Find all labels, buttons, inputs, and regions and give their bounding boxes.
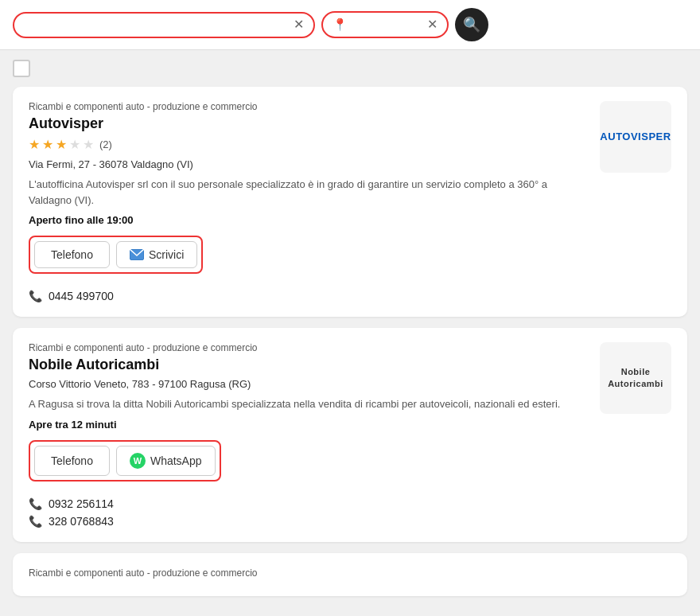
phone-number-2b: 328 0768843 — [49, 515, 114, 528]
phone-icon-2a: 📞 — [29, 497, 42, 510]
business-card-partial: Ricambi e componenti auto - produzione e… — [13, 553, 687, 596]
scrivici-label: Scrivici — [149, 248, 184, 261]
whatsapp-button[interactable]: W WhatsApp — [116, 446, 216, 476]
action-buttons-row-1: Telefono Scrivici — [29, 236, 203, 274]
search-icon: 🔍 — [463, 16, 480, 33]
business-name-2: Nobile Autoricambi — [29, 357, 584, 373]
business-desc-2: A Ragusa si trova la ditta Nobili Autori… — [29, 396, 584, 412]
star-3: ★ — [56, 137, 67, 152]
whatsapp-icon: W — [130, 453, 146, 469]
business-card-nobile: Ricambi e componenti auto - produzione e… — [13, 328, 687, 542]
phone-number-2a: 0932 256114 — [49, 497, 114, 510]
location-pin-icon: 📍 — [332, 18, 348, 32]
action-buttons-row-2: Telefono W WhatsApp — [29, 440, 221, 481]
star-2: ★ — [42, 137, 53, 152]
logo-text-2: NobileAutoricambi — [608, 366, 663, 391]
location-clear-button[interactable]: ✕ — [427, 18, 438, 31]
checkbox-row — [13, 60, 687, 77]
phone-icon-2b: 📞 — [29, 515, 42, 528]
search-bar: ricambi auto ✕ 📍 Italia ✕ 🔍 — [0, 0, 700, 50]
business-category: Ricambi e componenti auto - produzione e… — [29, 101, 584, 112]
search-input[interactable]: ricambi auto — [24, 18, 289, 32]
phone-icon-1: 📞 — [29, 290, 42, 302]
star-5: ★ — [83, 137, 94, 152]
business-status: Aperto fino alle 19:00 — [29, 214, 584, 226]
search-input-wrapper: ricambi auto ✕ — [13, 12, 315, 38]
logo-text: AUTOVISPER — [600, 131, 671, 144]
whatsapp-label: WhatsApp — [150, 454, 202, 467]
telefono-button-2[interactable]: Telefono — [34, 446, 110, 476]
phone-number-1: 0445 499700 — [49, 290, 114, 302]
stars-row: ★ ★ ★ ★ ★ (2) — [29, 137, 584, 152]
search-button[interactable]: 🔍 — [455, 8, 488, 41]
business-logo-autovisper: AUTOVISPER — [600, 101, 671, 173]
filter-checkbox[interactable] — [13, 60, 30, 77]
business-desc: L'autofficina Autovisper srl con il suo … — [29, 177, 584, 208]
main-content: Ricambi e componenti auto - produzione e… — [0, 50, 700, 616]
business-address-2: Corso Vittorio Veneto, 783 - 97100 Ragus… — [29, 378, 584, 390]
search-clear-button[interactable]: ✕ — [294, 18, 304, 31]
location-input[interactable]: Italia — [352, 18, 422, 32]
business-category-3: Ricambi e componenti auto - produzione e… — [29, 567, 671, 579]
business-address: Via Fermi, 27 - 36078 Valdagno (VI) — [29, 158, 584, 170]
scrivici-button[interactable]: Scrivici — [116, 241, 197, 268]
telefono-button-1[interactable]: Telefono — [34, 241, 110, 268]
phone-row-2a: 📞 0932 256114 — [29, 497, 671, 510]
email-icon — [130, 249, 144, 260]
location-wrapper: 📍 Italia ✕ — [321, 11, 449, 38]
phone-row-2b: 📞 328 0768843 — [29, 515, 671, 528]
business-logo-nobile: NobileAutoricambi — [600, 342, 671, 414]
business-category-2: Ricambi e componenti auto - produzione e… — [29, 342, 584, 353]
star-4: ★ — [69, 137, 80, 152]
business-name: Autovisper — [29, 115, 584, 132]
business-status-2: Apre tra 12 minuti — [29, 419, 584, 431]
star-1: ★ — [29, 137, 40, 152]
phone-row-1: 📞 0445 499700 — [29, 290, 671, 302]
review-count: (2) — [99, 138, 112, 150]
business-card-autovisper: Ricambi e componenti auto - produzione e… — [13, 87, 687, 317]
